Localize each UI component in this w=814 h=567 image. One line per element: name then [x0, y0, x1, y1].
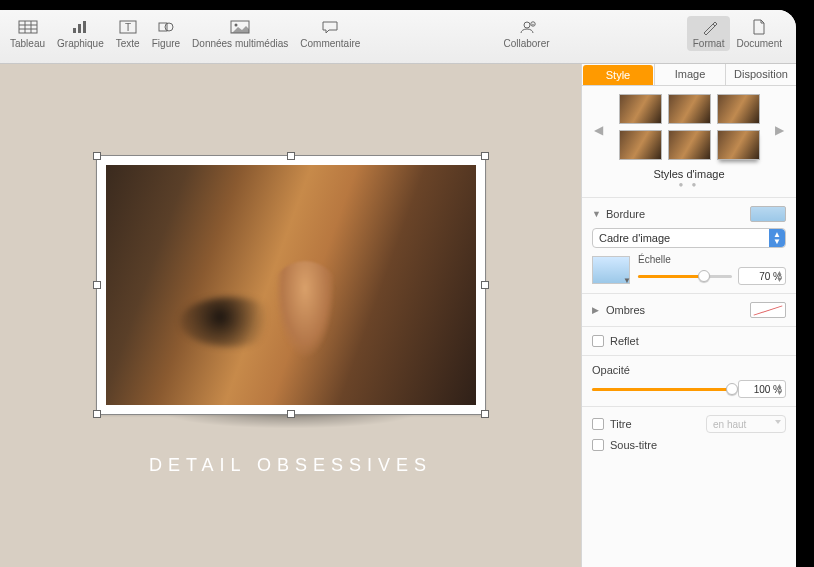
collaborate-icon: + — [515, 18, 539, 36]
style-thumbnail[interactable] — [619, 130, 662, 160]
scale-label: Échelle — [638, 254, 786, 265]
resize-handle[interactable] — [93, 410, 101, 418]
frame-type-value: Cadre d'image — [599, 232, 670, 244]
toolbar-label: Figure — [152, 38, 180, 49]
toolbar-media[interactable]: Données multimédias — [186, 16, 294, 51]
styles-prev[interactable]: ◀ — [592, 123, 605, 137]
frame-picker[interactable]: ▼ — [592, 256, 630, 284]
title-position-select[interactable]: en haut — [706, 415, 786, 433]
style-thumbnail[interactable] — [619, 94, 662, 124]
disclosure-icon[interactable]: ▶ — [592, 305, 602, 315]
image-styles-section: ◀ ▶ Styles d'image ● ● — [582, 86, 796, 198]
opacity-label: Opacité — [592, 364, 786, 376]
style-thumbnail[interactable] — [717, 94, 760, 124]
toolbar-label: Document — [736, 38, 782, 49]
subtitle-checkbox[interactable] — [592, 439, 604, 451]
chart-icon — [68, 18, 92, 36]
resize-handle[interactable] — [93, 152, 101, 160]
toolbar-label: Commentaire — [300, 38, 360, 49]
shadow-preview-swatch[interactable] — [750, 302, 786, 318]
table-icon — [16, 18, 40, 36]
svg-point-14 — [524, 22, 530, 28]
toolbar-format[interactable]: Format — [687, 16, 731, 51]
svg-point-11 — [165, 23, 173, 31]
border-label: Bordure — [606, 208, 746, 220]
tab-image[interactable]: Image — [654, 64, 725, 85]
reflection-checkbox[interactable] — [592, 335, 604, 347]
style-thumbnail[interactable] — [668, 130, 711, 160]
svg-rect-6 — [78, 24, 81, 33]
reflection-section: Reflet — [582, 327, 796, 356]
toolbar-graphique[interactable]: Graphique — [51, 16, 110, 51]
disclosure-icon[interactable]: ▼ — [592, 209, 602, 219]
shape-icon — [154, 18, 178, 36]
format-icon — [697, 18, 721, 36]
opacity-slider[interactable] — [592, 382, 732, 396]
inspector-tabs: Style Image Disposition — [582, 64, 796, 86]
opacity-stepper[interactable]: 100 % ▲▼ — [738, 380, 786, 398]
toolbar-texte[interactable]: T Texte — [110, 16, 146, 51]
toolbar-label: Données multimédias — [192, 38, 288, 49]
resize-handle[interactable] — [481, 281, 489, 289]
document-icon — [747, 18, 771, 36]
shadows-label: Ombres — [606, 304, 746, 316]
toolbar-label: Graphique — [57, 38, 104, 49]
toolbar-collaborer[interactable]: + Collaborer — [497, 16, 555, 51]
format-inspector: Style Image Disposition ◀ — [581, 64, 796, 567]
style-thumbnail[interactable] — [668, 94, 711, 124]
scale-stepper[interactable]: 70 % ▲▼ — [738, 267, 786, 285]
svg-text:+: + — [531, 21, 534, 27]
border-section: ▼ Bordure Cadre d'image ▲▼ ▼ Échelle — [582, 198, 796, 294]
subtitle-label: Sous-titre — [610, 439, 786, 451]
resize-handle[interactable] — [93, 281, 101, 289]
svg-rect-5 — [73, 28, 76, 33]
toolbar-label: Texte — [116, 38, 140, 49]
pager-dots[interactable]: ● ● — [592, 180, 786, 189]
toolbar: Tableau Graphique T Texte Figure Données… — [0, 10, 796, 64]
tab-disposition[interactable]: Disposition — [725, 64, 796, 85]
title-section: Titre en haut Sous-titre — [582, 407, 796, 459]
scale-slider[interactable] — [638, 269, 732, 283]
svg-rect-7 — [83, 21, 86, 33]
caption-text[interactable]: DETAIL OBSESSIVES — [149, 455, 432, 476]
opacity-section: Opacité 100 % ▲▼ — [582, 356, 796, 407]
resize-handle[interactable] — [287, 152, 295, 160]
border-preview-swatch[interactable] — [750, 206, 786, 222]
toolbar-commentaire[interactable]: Commentaire — [294, 16, 366, 51]
toolbar-document[interactable]: Document — [730, 16, 788, 51]
selected-image[interactable] — [96, 155, 486, 415]
document-canvas[interactable]: DETAIL OBSESSIVES — [0, 64, 581, 567]
toolbar-label: Tableau — [10, 38, 45, 49]
title-position-value: en haut — [713, 419, 746, 430]
shadows-section: ▶ Ombres — [582, 294, 796, 327]
selection-outline — [96, 155, 486, 415]
svg-text:T: T — [125, 22, 131, 33]
resize-handle[interactable] — [481, 410, 489, 418]
resize-handle[interactable] — [287, 410, 295, 418]
styles-next[interactable]: ▶ — [773, 123, 786, 137]
reflection-label: Reflet — [610, 335, 786, 347]
title-checkbox[interactable] — [592, 418, 604, 430]
title-label: Titre — [610, 418, 700, 430]
style-thumbnail[interactable] — [717, 130, 760, 160]
frame-type-select[interactable]: Cadre d'image ▲▼ — [592, 228, 786, 248]
image-styles-label: Styles d'image — [592, 168, 786, 180]
tab-style[interactable]: Style — [583, 65, 653, 85]
comment-icon — [318, 18, 342, 36]
toolbar-label: Collaborer — [503, 38, 549, 49]
text-icon: T — [116, 18, 140, 36]
svg-rect-0 — [19, 21, 37, 33]
svg-point-13 — [235, 24, 238, 27]
media-icon — [228, 18, 252, 36]
toolbar-figure[interactable]: Figure — [146, 16, 186, 51]
toolbar-tableau[interactable]: Tableau — [4, 16, 51, 51]
resize-handle[interactable] — [481, 152, 489, 160]
toolbar-label: Format — [693, 38, 725, 49]
